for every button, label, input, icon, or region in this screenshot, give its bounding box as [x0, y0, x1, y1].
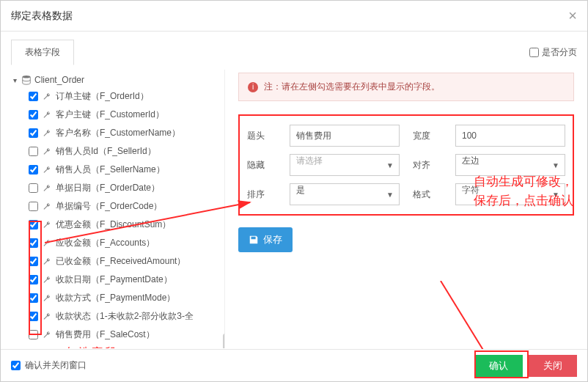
- scrollbar-thumb[interactable]: [223, 334, 225, 348]
- tree-root-label: Client_Order: [34, 75, 84, 85]
- tree-item-checkbox[interactable]: [29, 312, 38, 321]
- tree-item-label: 单据日期（F_OrderDate）: [56, 182, 160, 194]
- label-title: 题头: [247, 130, 276, 142]
- wrench-icon: [43, 294, 51, 303]
- pagination-label: 是否分页: [542, 46, 577, 59]
- tree-item-label: 收款日期（F_PaymentDate）: [56, 273, 172, 286]
- tree-item-label: 优惠金额（F_DiscountSum）: [56, 218, 171, 231]
- tree-item-label: 客户名称（F_CustomerName）: [56, 127, 180, 139]
- tree-item[interactable]: 单据日期（F_OrderDate）: [29, 179, 220, 197]
- select-align[interactable]: 左边: [455, 154, 565, 176]
- wrench-icon: [43, 257, 51, 266]
- confirm-close-toggle[interactable]: 确认并关闭窗口: [11, 359, 87, 372]
- tree-item-label: 收款状态（1-未收款2-部分收款3-全: [56, 310, 194, 323]
- tree-item-label: 已收金额（F_ReceivedAmount）: [56, 255, 185, 268]
- tree-item[interactable]: 单据编号（F_OrderCode）: [29, 197, 220, 216]
- tree-item-checkbox[interactable]: [29, 128, 38, 138]
- wrench-icon: [43, 92, 51, 101]
- wrench-icon: [43, 312, 51, 321]
- tree-item-checkbox[interactable]: [29, 110, 38, 120]
- close-icon[interactable]: ×: [568, 7, 577, 24]
- tree-item-checkbox[interactable]: [29, 238, 38, 248]
- tree-item[interactable]: 应收金额（F_Accounts）: [29, 234, 220, 252]
- select-hide[interactable]: 请选择: [290, 154, 400, 176]
- tree-item[interactable]: 收款日期（F_PaymentDate）: [29, 271, 220, 289]
- info-alert: i 注：请在左侧勾选需要在列表中显示的字段。: [238, 73, 574, 101]
- pagination-checkbox[interactable]: [529, 48, 539, 57]
- tree-item-checkbox[interactable]: [29, 293, 38, 303]
- select-sort[interactable]: 是: [290, 183, 400, 205]
- tree-item-checkbox[interactable]: [29, 330, 38, 339]
- select-format[interactable]: 字符: [455, 183, 565, 205]
- label-format: 格式: [413, 188, 442, 201]
- wrench-icon: [43, 111, 51, 120]
- tree-item-label: 销售人员Id（F_SellerId）: [56, 145, 156, 158]
- tree-root-node[interactable]: ▾ Client_Order: [11, 73, 220, 87]
- form-panel: i 注：请在左侧勾选需要在列表中显示的字段。 题头 宽度 隐藏 请选择 ▼: [238, 70, 577, 348]
- input-title[interactable]: [290, 125, 400, 147]
- tree-item[interactable]: 已收金额（F_ReceivedAmount）: [29, 252, 220, 271]
- tree-item[interactable]: 收款方式（F_PaymentMode）: [29, 289, 220, 307]
- tree-item-label: 销售费用（F_SaleCost）: [56, 328, 155, 341]
- confirm-close-label: 确认并关闭窗口: [25, 359, 87, 372]
- tree-item[interactable]: 订单主键（F_OrderId）: [29, 87, 220, 106]
- close-button[interactable]: 关闭: [529, 355, 577, 377]
- save-label: 保存: [263, 233, 282, 246]
- input-width[interactable]: [455, 125, 565, 147]
- label-width: 宽度: [413, 130, 442, 142]
- tree-item-checkbox[interactable]: [29, 165, 38, 175]
- modal-title: 绑定表格数据: [11, 10, 73, 23]
- label-sort: 排序: [247, 188, 276, 201]
- confirm-button[interactable]: 确认: [474, 355, 523, 377]
- tabs: 表格字段: [11, 39, 74, 65]
- wrench-icon: [43, 221, 51, 229]
- tree-item-checkbox[interactable]: [29, 147, 38, 156]
- tree-item-label: 应收金额（F_Accounts）: [56, 237, 155, 249]
- save-button[interactable]: 保存: [238, 227, 293, 252]
- tree-item-label: 单据编号（F_OrderCode）: [56, 200, 162, 213]
- tree-item[interactable]: 销售人员Id（F_SellerId）: [29, 142, 220, 161]
- wrench-icon: [43, 129, 51, 138]
- tree-item-label: 客户主键（F_CustomerId）: [56, 109, 164, 121]
- tree-item-checkbox[interactable]: [29, 202, 38, 211]
- annotation-form-box: 题头 宽度 隐藏 请选择 ▼ 对齐 左边 ▼: [238, 114, 574, 216]
- wrench-icon: [43, 331, 51, 339]
- confirm-close-checkbox[interactable]: [11, 361, 21, 370]
- wrench-icon: [43, 239, 51, 248]
- tree-item-checkbox[interactable]: [29, 275, 38, 284]
- tree-item-label: 订单主键（F_OrderId）: [56, 90, 149, 103]
- svg-point-0: [23, 76, 31, 78]
- label-hide: 隐藏: [247, 159, 276, 172]
- label-align: 对齐: [413, 159, 442, 172]
- wrench-icon: [43, 276, 51, 284]
- collapse-icon[interactable]: ▾: [11, 76, 18, 84]
- wrench-icon: [43, 202, 51, 211]
- tree-item[interactable]: 优惠金额（F_DiscountSum）: [29, 216, 220, 234]
- alert-text: 注：请在左侧勾选需要在列表中显示的字段。: [264, 81, 440, 93]
- wrench-icon: [43, 166, 51, 175]
- tree-item-checkbox[interactable]: [29, 92, 38, 101]
- tree-item[interactable]: 客户主键（F_CustomerId）: [29, 106, 220, 124]
- field-tree-panel: ▾ Client_Order 订单主键（F_OrderId）客户主键（F_Cus…: [11, 70, 225, 348]
- tree-item[interactable]: 收款状态（1-未收款2-部分收款3-全: [29, 307, 220, 326]
- wrench-icon: [43, 184, 51, 193]
- tab-table-fields[interactable]: 表格字段: [11, 40, 74, 65]
- tree-item-label: 收款方式（F_PaymentMode）: [56, 292, 175, 304]
- tree-item-checkbox[interactable]: [29, 220, 38, 229]
- wrench-icon: [43, 147, 51, 156]
- pagination-toggle[interactable]: 是否分页: [529, 46, 577, 59]
- tree-item-checkbox[interactable]: [29, 257, 38, 266]
- tree-item-label: 销售人员（F_SellerName）: [56, 164, 165, 176]
- tree-item[interactable]: 客户名称（F_CustomerName）: [29, 124, 220, 142]
- tree-item[interactable]: 销售人员（F_SellerName）: [29, 161, 220, 179]
- info-icon: i: [248, 82, 258, 92]
- save-icon: [249, 235, 259, 245]
- tree-item-checkbox[interactable]: [29, 183, 38, 193]
- tree-item[interactable]: 销售费用（F_SaleCost）: [29, 326, 220, 344]
- database-icon: [21, 75, 32, 85]
